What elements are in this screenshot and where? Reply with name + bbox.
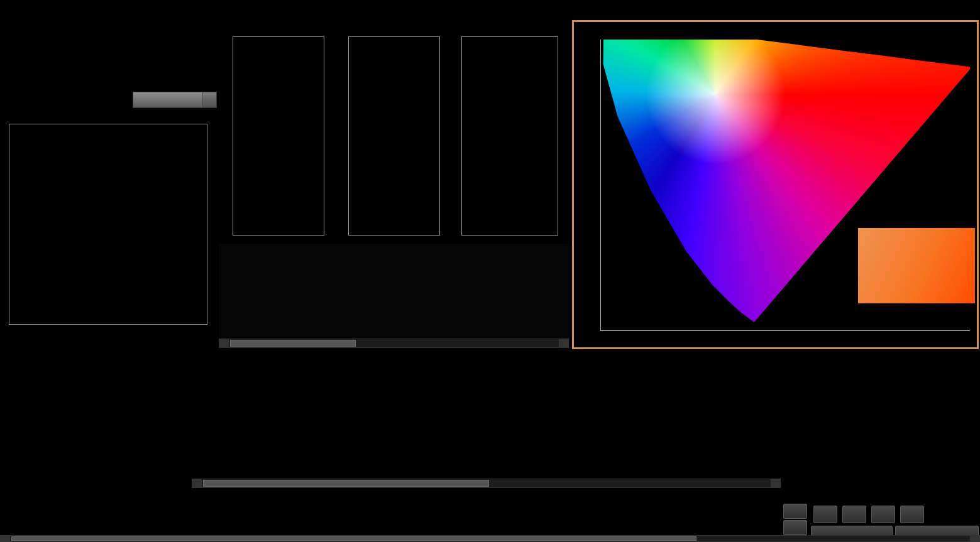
delta-c-chart bbox=[337, 28, 440, 239]
window-scrollbar[interactable] bbox=[0, 535, 980, 542]
y-axis bbox=[221, 36, 233, 236]
scrollbar-thumb[interactable] bbox=[11, 536, 696, 541]
scrollbar-thumb[interactable] bbox=[203, 480, 489, 487]
record-button[interactable] bbox=[871, 506, 895, 523]
scroll-right-icon[interactable] bbox=[771, 479, 780, 487]
scroll-left-icon[interactable] bbox=[219, 339, 229, 347]
transport-controls bbox=[781, 502, 980, 535]
delta-l-chart bbox=[221, 28, 324, 239]
chart-title bbox=[461, 28, 558, 36]
plot-area bbox=[461, 36, 558, 236]
stop-button[interactable] bbox=[813, 506, 837, 523]
table-scrollbar[interactable] bbox=[192, 479, 781, 488]
current-xy bbox=[8, 427, 47, 441]
deltae-bars bbox=[10, 125, 206, 323]
scroll-right-icon[interactable] bbox=[559, 339, 568, 347]
scrollbar-track[interactable] bbox=[10, 536, 970, 541]
loop-button[interactable] bbox=[900, 506, 924, 523]
deltae-bar-chart bbox=[9, 124, 207, 325]
delta-h-chart bbox=[450, 28, 558, 239]
de-formula-dropdown[interactable] bbox=[133, 92, 217, 108]
scroll-left-icon[interactable] bbox=[192, 479, 202, 487]
scroll-right-icon[interactable] bbox=[970, 536, 979, 541]
measurement-table bbox=[192, 357, 980, 478]
panel-toggle-button[interactable] bbox=[783, 520, 807, 535]
deltae-x-axis bbox=[9, 327, 207, 336]
cie-y-axis bbox=[576, 40, 598, 331]
plot-area bbox=[233, 36, 324, 236]
scrollbar-track[interactable] bbox=[229, 339, 559, 347]
collapse-button[interactable] bbox=[783, 504, 807, 519]
chart-title bbox=[233, 28, 324, 36]
cie-x-axis bbox=[600, 333, 970, 342]
chart-title bbox=[348, 28, 440, 36]
y-axis bbox=[337, 36, 348, 236]
play-button[interactable] bbox=[842, 506, 866, 523]
colorchecker-app bbox=[0, 0, 980, 542]
plot-area bbox=[348, 36, 440, 236]
cie-diagram-panel bbox=[572, 20, 979, 349]
chevron-down-icon[interactable] bbox=[202, 92, 216, 107]
scrollbar-thumb[interactable] bbox=[230, 340, 356, 347]
strip-scrollbar[interactable] bbox=[219, 339, 569, 348]
cie-zoom-inset bbox=[858, 228, 975, 303]
y-axis bbox=[450, 36, 461, 236]
scroll-left-icon[interactable] bbox=[1, 536, 10, 541]
scrollbar-track[interactable] bbox=[202, 479, 771, 487]
patch-comparison-strip bbox=[219, 244, 569, 337]
